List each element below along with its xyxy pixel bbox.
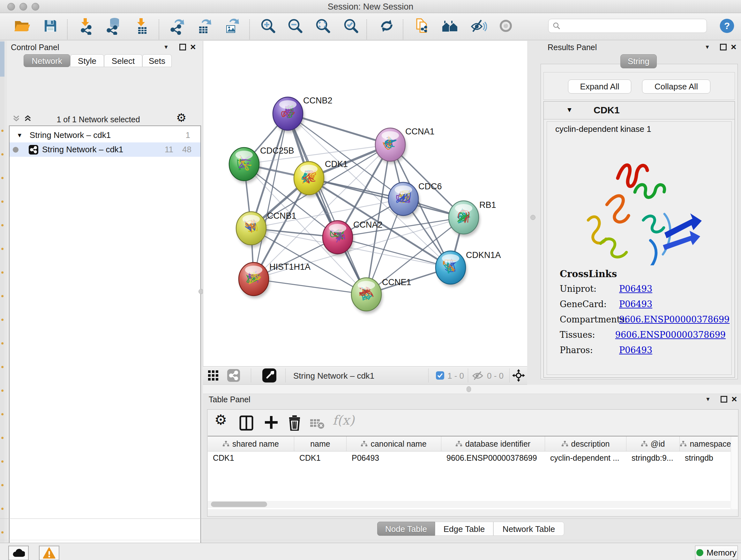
function-builder-icon[interactable]: f(x) (333, 413, 354, 428)
import-network-file-icon[interactable] (77, 17, 95, 35)
warning-icon (43, 547, 56, 559)
cloud-button[interactable] (8, 546, 29, 560)
collection-expander-icon[interactable]: ▼ (17, 132, 23, 139)
import-table-file-icon[interactable] (133, 17, 151, 35)
entry-header[interactable]: ▼ CDK1 (544, 102, 735, 119)
table-horizontal-scrollbar[interactable] (208, 501, 731, 508)
tab-sets[interactable]: Sets (142, 54, 172, 67)
hidden-eye-icon[interactable] (471, 371, 484, 381)
network-tree-toolbar: 1 of 1 Network selected ⚙ (9, 113, 200, 125)
network-edge[interactable] (254, 114, 288, 279)
crosslink-link[interactable]: P06493 (619, 345, 652, 355)
column-header-database-identifier[interactable]: database identifier (441, 436, 545, 451)
column-header-canonical-name[interactable]: canonical name (347, 436, 441, 451)
panel-float-icon[interactable] (721, 396, 727, 402)
splitter-handle[interactable] (467, 386, 471, 392)
network-node-CDK1[interactable]: CDK1 (294, 159, 348, 197)
export-image-icon[interactable] (222, 17, 240, 35)
share-view-icon[interactable] (227, 369, 240, 382)
table-gear-icon[interactable]: ⚙ (214, 412, 227, 428)
save-session-icon[interactable] (42, 17, 59, 35)
table-cell[interactable]: 9606.ENSP00000378699 (441, 451, 545, 464)
zoom-selected-icon[interactable] (342, 17, 360, 35)
crosslink-link[interactable]: 9606.ENSP00000378699 (619, 314, 730, 324)
column-header-description[interactable]: description (545, 436, 626, 451)
column-header-id[interactable]: @id (626, 436, 680, 451)
network-edge[interactable] (254, 279, 366, 294)
entry-expander-icon[interactable]: ▼ (566, 106, 573, 114)
selected-checkbox-icon[interactable] (436, 371, 444, 380)
table-cell[interactable]: P06493 (347, 451, 441, 464)
tab-network-table[interactable]: Network Table (493, 522, 564, 536)
table-vertical-scrollbar[interactable] (731, 436, 738, 509)
column-type-icon (456, 441, 462, 447)
table-cell[interactable]: stringdb (680, 451, 732, 464)
column-header-namespace[interactable]: namespace (680, 436, 732, 451)
help-icon[interactable]: ? (719, 17, 737, 36)
birdseye-view-icon[interactable] (262, 368, 276, 382)
export-network-icon[interactable] (167, 17, 185, 35)
table-cell[interactable]: cyclin-dependent ... (545, 451, 626, 464)
export-table-icon[interactable] (195, 17, 212, 35)
add-column-icon[interactable] (264, 415, 278, 429)
panel-float-icon[interactable] (179, 44, 186, 51)
memory-button[interactable]: Memory (695, 546, 738, 560)
select-columns-icon[interactable] (239, 415, 253, 431)
table-row[interactable]: CDK1CDK1P064939606.ENSP00000378699cyclin… (208, 451, 732, 464)
gear-icon[interactable]: ⚙ (176, 111, 186, 124)
crosslink-label: Uniprot: (560, 284, 619, 294)
tab-style[interactable]: Style (70, 54, 104, 67)
crosslink-link[interactable]: P06493 (619, 299, 652, 309)
tab-network[interactable]: Network (23, 54, 70, 67)
panel-close-icon[interactable]: × (731, 394, 737, 405)
panel-menu-icon[interactable]: ▼ (163, 44, 169, 51)
clone-network-icon[interactable] (413, 17, 431, 35)
inactive-eye-icon[interactable] (497, 17, 515, 35)
table-cell[interactable]: stringdb:9... (626, 451, 680, 464)
collapse-all-button[interactable]: Collapse All (642, 79, 711, 94)
crosslink-link[interactable]: 9606.ENSP00000378699 (615, 330, 726, 340)
network-node-HIST1H1A[interactable]: HIST1H1A (239, 262, 311, 298)
horizontal-splitter[interactable] (203, 385, 741, 394)
open-session-icon[interactable] (13, 17, 30, 35)
show-hide-graphics-icon[interactable] (469, 17, 487, 35)
column-label: namespace (690, 439, 731, 449)
zoom-out-icon[interactable] (286, 17, 304, 35)
warning-button[interactable] (39, 546, 59, 560)
grid-view-icon[interactable] (207, 370, 219, 382)
column-label: name (310, 439, 330, 449)
fit-selected-crosshair-icon[interactable] (512, 369, 525, 382)
search-input[interactable] (561, 20, 706, 32)
column-header-name[interactable]: name (294, 436, 347, 451)
scrollbar-thumb[interactable] (211, 502, 267, 507)
network-node-RB1[interactable]: RB1 (449, 200, 496, 237)
first-neighbors-icon[interactable] (441, 17, 459, 35)
results-tab-string[interactable]: String (620, 54, 657, 68)
expand-all-button[interactable]: Expand All (568, 79, 631, 94)
panel-float-icon[interactable] (720, 44, 727, 51)
crosslink-link[interactable]: P06493 (619, 284, 652, 294)
background-dot (1, 437, 3, 439)
tab-edge-table[interactable]: Edge Table (435, 522, 493, 536)
network-canvas[interactable]: CCNB2CCNA1CDC25BCDK1CDC6RB1CCNB1CCNA2CDK… (203, 41, 527, 366)
network-node-CDKN1A[interactable]: CDKN1A (435, 250, 501, 287)
panel-menu-icon[interactable]: ▼ (704, 44, 710, 51)
table-cell[interactable]: CDK1 (208, 451, 294, 464)
search-field[interactable] (548, 19, 707, 33)
panel-close-icon[interactable]: × (190, 42, 196, 52)
network-node-CDC6[interactable]: CDC6 (388, 182, 442, 218)
network-row[interactable]: String Network – cdk1 11 48 (10, 142, 200, 157)
zoom-fit-icon[interactable] (314, 17, 332, 35)
panel-menu-icon[interactable]: ▼ (705, 396, 711, 402)
table-cell[interactable]: CDK1 (294, 451, 347, 464)
tab-node-table[interactable]: Node Table (377, 522, 435, 536)
network-collection-row[interactable]: ▼ String Network – cdk1 1 (10, 128, 200, 142)
delete-table-icon[interactable] (310, 419, 325, 429)
delete-column-icon[interactable] (288, 415, 301, 431)
import-network-database-icon[interactable] (105, 17, 122, 35)
panel-close-icon[interactable]: × (731, 42, 737, 52)
apply-layout-icon[interactable] (378, 17, 396, 35)
zoom-in-icon[interactable] (259, 17, 277, 35)
tab-select[interactable]: Select (104, 54, 142, 67)
column-header-shared-name[interactable]: shared name (208, 436, 294, 451)
